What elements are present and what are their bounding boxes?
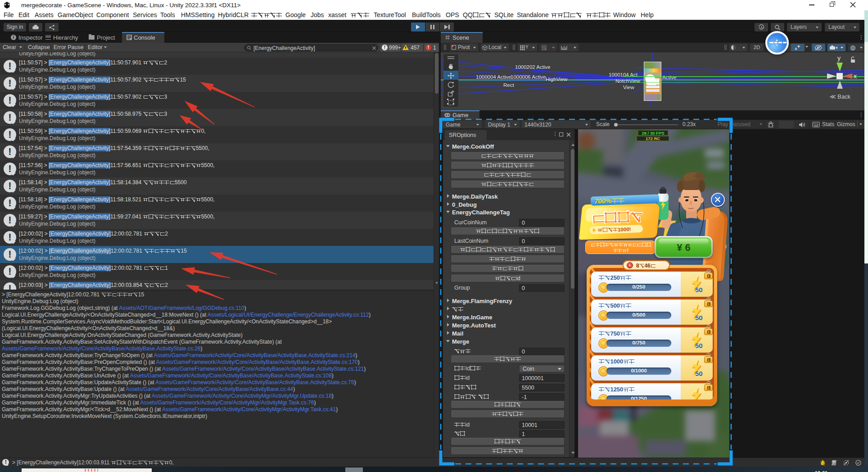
svg-text:!: ! [824, 463, 825, 466]
svg-text:x: x [854, 73, 857, 80]
svg-text:≪ Back: ≪ Back [830, 93, 851, 100]
svg-text:y: y [837, 54, 841, 62]
